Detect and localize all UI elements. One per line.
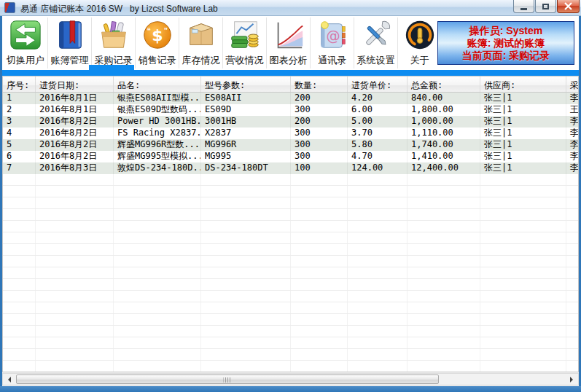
toolbar-button-contacts[interactable]: @ 通讯录 (310, 17, 354, 68)
toolbar-button-chart-analysis[interactable]: 图表分析 (266, 17, 310, 68)
empty-cell (3, 337, 36, 348)
cell-date: 2016年8月1日 (36, 93, 114, 104)
toolbar-button-settings[interactable]: 系统设置 (354, 17, 397, 68)
empty-row (3, 291, 578, 302)
cell-qty: 300 (291, 104, 348, 116)
table-row[interactable]: 12016年8月1日银燕ES08AII型模...ES08AII2004.2084… (3, 93, 578, 104)
toolbar-label: 销售记录 (139, 54, 176, 67)
empty-cell (408, 326, 480, 337)
cell-model: ES08AII (201, 93, 291, 104)
cell-no: 7 (3, 162, 36, 174)
cell-name: FS Racing X2837... (114, 128, 201, 139)
empty-cell (114, 361, 201, 372)
toolbar-button-purchase-records[interactable]: 采购记录 (91, 17, 135, 68)
table-row[interactable]: 72016年8月3日敦煌DS-234-180D...DS-234-180DT10… (3, 162, 578, 174)
empty-cell (36, 291, 114, 302)
toolbar-button-switch-user[interactable]: 切换用户 (4, 17, 47, 68)
empty-cell (201, 232, 291, 243)
empty-cell (201, 174, 291, 185)
scroll-right-button[interactable] (566, 374, 578, 385)
empty-cell (566, 244, 579, 255)
right-arrow-icon (570, 377, 576, 383)
empty-cell (348, 326, 408, 337)
empty-cell (114, 267, 201, 278)
toolbar-button-revenue[interactable]: 营收情况 (222, 17, 266, 68)
minimize-icon (520, 8, 527, 10)
column-header-name[interactable]: 品名: (114, 77, 201, 92)
toolbar-button-about[interactable]: 关于 (397, 17, 441, 68)
scrollbar-thumb[interactable] (16, 375, 439, 384)
column-header-model[interactable]: 型号参数: (201, 77, 291, 92)
empty-cell (408, 267, 480, 278)
empty-cell (201, 279, 291, 290)
svg-text:@: @ (326, 28, 340, 44)
empty-cell (114, 174, 201, 185)
empty-row (3, 337, 578, 349)
inventory-icon (184, 17, 219, 52)
toolbar-button-account-books[interactable]: 账簿管理 (47, 17, 91, 68)
account-book-label: 账簿: 测试的账簿 (467, 37, 545, 50)
app-icon (4, 2, 15, 13)
svg-text:“: “ (147, 26, 150, 35)
svg-text:$: $ (152, 26, 163, 44)
column-header-date[interactable]: 进货日期: (36, 77, 114, 92)
minimize-button[interactable] (513, 0, 534, 13)
empty-cell (3, 267, 36, 278)
column-header-total[interactable]: 总金额: (408, 77, 480, 92)
column-header-buyer[interactable]: 采 (566, 77, 579, 92)
cell-buyer: 李| (566, 151, 579, 162)
empty-cell (408, 221, 480, 232)
empty-cell (480, 361, 566, 372)
empty-cell (201, 186, 291, 197)
empty-row (3, 361, 578, 372)
cell-total: 12,400.00 (408, 162, 480, 174)
cell-no: 3 (3, 116, 36, 128)
column-header-price[interactable]: 进货单价: (348, 77, 408, 92)
account-book-icon (52, 17, 87, 52)
column-header-qty[interactable]: 数量: (291, 77, 348, 92)
sales-record-icon: $ “ ” (140, 17, 175, 52)
switch-user-icon (8, 17, 43, 52)
horizontal-scrollbar[interactable] (2, 373, 579, 385)
empty-cell (566, 314, 579, 325)
empty-cell (201, 314, 291, 325)
close-button[interactable] (557, 0, 580, 13)
cell-supplier: 张三|1 (480, 128, 566, 139)
cell-supplier: 张三|1 (480, 151, 566, 162)
empty-cell (408, 314, 480, 325)
empty-cell (408, 209, 480, 220)
cell-buyer: 李| (566, 139, 579, 151)
scroll-left-button[interactable] (3, 374, 15, 385)
table-row[interactable]: 62016年8月2日辉盛MG995型模拟...MG9953004.701,410… (3, 151, 578, 162)
cell-name: 敦煌DS-234-180D... (114, 162, 201, 174)
cell-price: 4.20 (348, 93, 408, 104)
column-header-no[interactable]: 序号: (3, 77, 36, 92)
toolbar-button-sales-records[interactable]: $ “ ” 销售记录 (135, 17, 179, 68)
empty-cell (480, 221, 566, 232)
table-row[interactable]: 42016年8月2日FS Racing X2837...X28373003.70… (3, 128, 578, 139)
empty-cell (291, 244, 348, 255)
maximize-button[interactable] (535, 0, 556, 13)
empty-cell (201, 221, 291, 232)
column-header-supplier[interactable]: 供应商: (480, 77, 566, 92)
empty-cell (566, 279, 579, 290)
empty-cell (408, 232, 480, 243)
table-row[interactable]: 22016年8月1日银燕ES09D型数码...ES09D3006.001,800… (3, 104, 578, 116)
table-row[interactable]: 52016年8月2日辉盛MG996R型数...MG996R3005.801,74… (3, 139, 578, 151)
toolbar-label: 图表分析 (270, 54, 308, 67)
empty-cell (201, 267, 291, 278)
toolbar-label: 营收情况 (226, 54, 264, 67)
cell-date: 2016年8月2日 (36, 151, 114, 162)
table-row[interactable]: 32016年8月2日Power HD 3001HB...3001HB2005.0… (3, 116, 578, 128)
cell-qty: 300 (291, 151, 348, 162)
empty-cell (348, 349, 408, 360)
cell-no: 2 (3, 104, 36, 116)
empty-cell (114, 186, 201, 197)
empty-cell (36, 349, 114, 360)
empty-cell (480, 244, 566, 255)
empty-cell (36, 232, 114, 243)
empty-cell (566, 267, 579, 278)
cell-price: 3.70 (348, 128, 408, 139)
toolbar-button-inventory[interactable]: 库存情况 (179, 17, 222, 68)
empty-cell (566, 221, 579, 232)
